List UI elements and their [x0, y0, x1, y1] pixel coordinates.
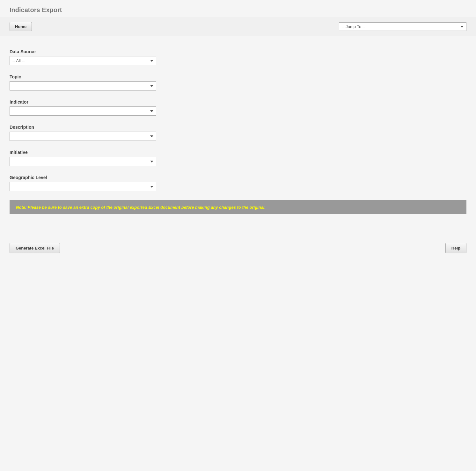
footer-actions: Generate Excel File Help [0, 230, 476, 260]
indicator-group: Indicator [10, 99, 466, 116]
home-button[interactable]: Home [10, 22, 32, 31]
topic-group: Topic [10, 74, 466, 91]
data-source-label: Data Source [10, 49, 466, 54]
description-label: Description [10, 125, 466, 130]
initiative-label: Initiative [10, 150, 466, 155]
toolbar: Home -- Jump To -- [0, 17, 476, 36]
initiative-select[interactable] [10, 157, 156, 166]
geographic-level-group: Geographic Level [10, 175, 466, 191]
description-select[interactable] [10, 132, 156, 141]
indicator-select[interactable] [10, 106, 156, 116]
main-content: Data Source -- All -- Topic Indicator De… [0, 36, 476, 230]
initiative-group: Initiative [10, 150, 466, 166]
note-banner: Note: Please be sure to save an extra co… [10, 200, 466, 214]
data-source-select[interactable]: -- All -- [10, 56, 156, 65]
geographic-level-select[interactable] [10, 182, 156, 191]
topic-select[interactable] [10, 81, 156, 91]
jump-to-select[interactable]: -- Jump To -- [339, 22, 466, 31]
description-group: Description [10, 125, 466, 141]
topic-label: Topic [10, 74, 466, 79]
note-text: Note: Please be sure to save an extra co… [16, 205, 266, 210]
generate-excel-button[interactable]: Generate Excel File [10, 243, 60, 253]
page-title: Indicators Export [10, 6, 466, 14]
help-button[interactable]: Help [445, 243, 466, 253]
geographic-level-label: Geographic Level [10, 175, 466, 180]
page-header: Indicators Export [0, 0, 476, 17]
data-source-group: Data Source -- All -- [10, 49, 466, 65]
indicator-label: Indicator [10, 99, 466, 105]
